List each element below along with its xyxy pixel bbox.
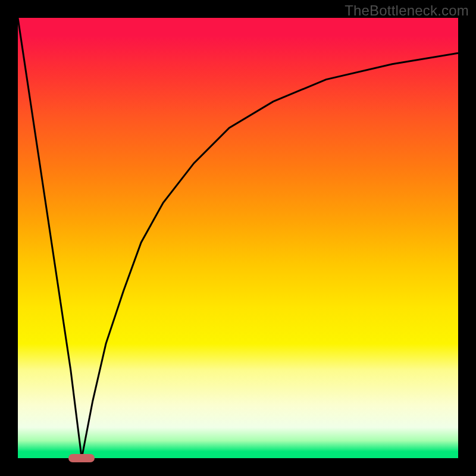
- min-marker: [68, 454, 95, 462]
- right-curve: [82, 53, 458, 458]
- plot-area: [18, 18, 458, 458]
- left-curve: [18, 18, 82, 458]
- curve-layer: [18, 18, 458, 458]
- chart-frame: TheBottleneck.com: [0, 0, 476, 476]
- watermark-text: TheBottleneck.com: [345, 2, 469, 19]
